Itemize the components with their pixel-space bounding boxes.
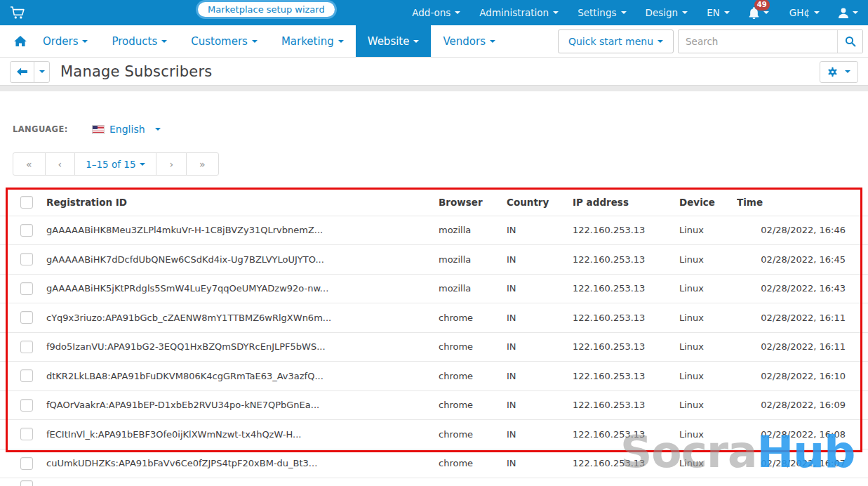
ip-cell: 122.160.253.13 bbox=[573, 245, 679, 275]
nav-website[interactable]: Website bbox=[356, 25, 432, 57]
table-row: fECItInVl_k:APA91bEBF3Ofe0ijKlXWmNzwt-tx… bbox=[0, 420, 868, 449]
table-header-row: Registration ID Browser Country IP addre… bbox=[0, 190, 868, 216]
search-input[interactable] bbox=[679, 30, 837, 53]
row-checkbox[interactable] bbox=[20, 253, 33, 265]
menu-notifications[interactable]: 49 bbox=[749, 7, 770, 19]
caret-down-icon bbox=[490, 40, 495, 43]
time-cell: 02/28/2022, 16:46 bbox=[737, 216, 868, 245]
browser-cell: chrome bbox=[439, 420, 507, 449]
time-cell: 02/28/2022, 16:45 bbox=[737, 245, 868, 275]
row-checkbox[interactable] bbox=[20, 341, 33, 353]
menu-addons[interactable]: Add-ons bbox=[412, 7, 460, 18]
back-dropdown-button[interactable] bbox=[34, 61, 50, 83]
table-row bbox=[0, 478, 868, 486]
user-icon bbox=[839, 8, 848, 18]
menu-account[interactable] bbox=[839, 8, 858, 18]
col-time[interactable]: Time bbox=[737, 190, 868, 216]
caret-down-icon bbox=[413, 40, 419, 43]
nav-label: Orders bbox=[43, 35, 78, 48]
menu-administration[interactable]: Administration bbox=[479, 7, 559, 18]
button-label: Quick start menu bbox=[568, 36, 653, 47]
browser-cell: chrome bbox=[439, 362, 507, 391]
table-row: cuUmkUDHZKs:APA91bFaVv6Ce0fZJPS4tpF20xBM… bbox=[0, 449, 868, 478]
menu-design[interactable]: Design bbox=[646, 7, 688, 18]
device-cell: Linux bbox=[679, 216, 737, 245]
browser-cell: chrome bbox=[439, 332, 507, 362]
nav-vendors[interactable]: Vendors bbox=[431, 25, 507, 57]
nav-orders[interactable]: Orders bbox=[31, 25, 100, 57]
page-header: Manage Subscribers bbox=[0, 58, 868, 85]
browser-cell: chrome bbox=[439, 390, 507, 420]
pagination-first-button[interactable]: « bbox=[13, 152, 46, 176]
browser-cell: mozilla bbox=[439, 274, 507, 303]
marketplace-setup-wizard-button[interactable]: Marketplace setup wizard bbox=[198, 2, 335, 17]
country-cell: IN bbox=[507, 274, 573, 303]
search-box bbox=[678, 29, 863, 53]
menu-label: Administration bbox=[479, 7, 549, 18]
nav-label: Marketing bbox=[281, 35, 334, 48]
ip-cell: 122.160.253.13 bbox=[573, 332, 679, 362]
language-selector[interactable]: English bbox=[93, 124, 161, 135]
col-browser[interactable]: Browser bbox=[439, 190, 507, 216]
pagination-last-button[interactable]: » bbox=[186, 152, 219, 176]
settings-gear-button[interactable] bbox=[820, 61, 858, 83]
row-checkbox[interactable] bbox=[20, 399, 33, 412]
back-button[interactable] bbox=[10, 61, 34, 83]
nav-marketing[interactable]: Marketing bbox=[269, 25, 356, 57]
row-checkbox[interactable] bbox=[20, 282, 33, 295]
device-cell: Linux bbox=[679, 274, 737, 303]
menu-currency[interactable]: GH¢ bbox=[789, 7, 820, 18]
cart-icon[interactable] bbox=[10, 6, 25, 20]
notification-badge: 49 bbox=[754, 0, 770, 11]
home-icon[interactable] bbox=[10, 36, 31, 47]
registration-id-cell: dtKR2LkLBA8:APA91bFuDKVM806K4cgGRmTaE63_… bbox=[46, 362, 439, 391]
row-checkbox[interactable] bbox=[20, 480, 33, 486]
row-checkbox[interactable] bbox=[20, 457, 33, 470]
caret-down-icon bbox=[252, 40, 258, 43]
col-ip-address[interactable]: IP address bbox=[573, 190, 679, 216]
ip-cell: 122.160.253.13 bbox=[573, 216, 679, 245]
top-menu: Add-ons Administration Settings Design E… bbox=[412, 7, 858, 19]
row-checkbox[interactable] bbox=[20, 369, 33, 382]
registration-id-cell: f9do5IzanVU:APA91bG2-3EQQ1HxBZQmSDYRcEnJ… bbox=[46, 332, 439, 362]
pagination: « ‹ 1–15 of 15 › » bbox=[13, 152, 219, 176]
country-cell: IN bbox=[507, 362, 573, 391]
registration-id-cell: gAAAAABiHK8Meu3ZLPl4mkuVr-H-1C8jBVZy31QL… bbox=[46, 216, 439, 245]
quick-start-menu-button[interactable]: Quick start menu bbox=[558, 29, 674, 53]
menu-label: Design bbox=[646, 7, 679, 18]
nav-customers[interactable]: Customers bbox=[179, 25, 269, 57]
caret-down-icon bbox=[140, 163, 145, 166]
row-checkbox[interactable] bbox=[20, 224, 33, 237]
pagination-prev-button[interactable]: ‹ bbox=[45, 152, 76, 176]
menu-language-en[interactable]: EN bbox=[707, 7, 730, 18]
pagination-range-dropdown[interactable]: 1–15 of 15 bbox=[74, 152, 156, 176]
row-checkbox[interactable] bbox=[20, 428, 33, 440]
caret-down-icon bbox=[155, 128, 161, 131]
device-cell: Linux bbox=[679, 245, 737, 275]
select-all-checkbox[interactable] bbox=[20, 196, 33, 209]
pagination-next-button[interactable]: › bbox=[156, 152, 187, 176]
caret-down-icon bbox=[853, 11, 858, 14]
col-device[interactable]: Device bbox=[679, 190, 737, 216]
ip-cell bbox=[573, 478, 679, 486]
registration-id-cell: gAAAAABiHK5jKtPRdgls5SmW4LuEy7qqOeUMYADz… bbox=[46, 274, 439, 303]
admin-screen: Marketplace setup wizard Add-ons Adminis… bbox=[0, 0, 868, 486]
header-divider bbox=[0, 85, 868, 91]
menu-settings[interactable]: Settings bbox=[577, 7, 626, 18]
col-country[interactable]: Country bbox=[507, 190, 573, 216]
browser-cell: mozilla bbox=[439, 216, 507, 245]
table-row: gAAAAABiHK7dDcfdUbQNEw6CSdKd4ix-Ug7BZLVY… bbox=[0, 245, 868, 275]
search-button[interactable] bbox=[837, 30, 862, 53]
col-registration-id[interactable]: Registration ID bbox=[46, 190, 439, 216]
row-checkbox[interactable] bbox=[20, 311, 33, 324]
menu-label: EN bbox=[707, 7, 720, 18]
nav-label: Vendors bbox=[443, 35, 486, 48]
ip-cell: 122.160.253.13 bbox=[573, 362, 679, 391]
nav-label: Customers bbox=[191, 35, 248, 48]
gear-icon bbox=[827, 67, 838, 77]
caret-down-icon bbox=[845, 70, 850, 73]
device-cell: Linux bbox=[679, 390, 737, 420]
registration-id-cell: cYq9x3riuzo:APA91bGcb_cZAENW8mY1TTBMZ6wR… bbox=[46, 303, 439, 333]
nav-products[interactable]: Products bbox=[100, 25, 179, 57]
device-cell: Linux bbox=[679, 420, 737, 449]
